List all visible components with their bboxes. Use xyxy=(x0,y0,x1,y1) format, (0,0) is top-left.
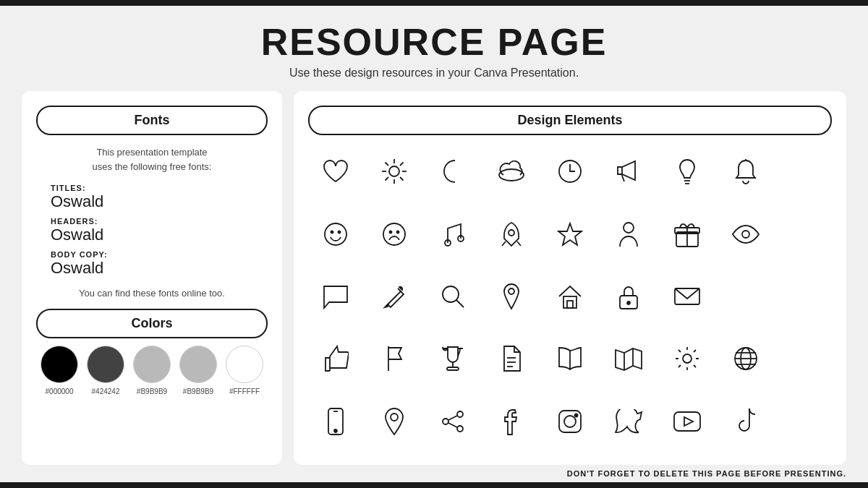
icon-pencil xyxy=(367,278,421,315)
icon-star xyxy=(542,215,597,253)
svg-point-58 xyxy=(457,426,463,432)
svg-point-29 xyxy=(443,286,459,302)
icons-grid xyxy=(308,142,832,450)
title-font-value: Oswald xyxy=(51,192,268,211)
icon-lock xyxy=(602,278,656,315)
icon-settings xyxy=(660,340,715,377)
icon-facebook xyxy=(484,403,538,440)
left-panel: Fonts This presentation templateuses the… xyxy=(22,91,282,465)
swatch-item-5: #FFFFFF xyxy=(226,346,263,395)
swatch-label-5: #FFFFFF xyxy=(229,388,260,395)
icon-pin xyxy=(484,278,538,315)
svg-line-59 xyxy=(448,416,457,420)
svg-line-6 xyxy=(400,177,404,181)
icon-chat xyxy=(308,278,362,315)
icon-clock xyxy=(542,153,597,190)
icon-flag xyxy=(367,340,421,377)
design-elements-header: Design Elements xyxy=(308,106,832,135)
icon-house xyxy=(542,278,597,315)
svg-point-15 xyxy=(331,231,333,233)
icon-smile xyxy=(308,215,362,253)
icon-frown xyxy=(367,215,421,253)
svg-marker-23 xyxy=(558,223,582,245)
swatch-1 xyxy=(41,346,78,383)
icon-instagram xyxy=(542,403,597,440)
svg-line-30 xyxy=(456,300,464,307)
icon-empty-1 xyxy=(778,153,832,190)
swatch-label-4: #B9B9B9 xyxy=(183,388,213,395)
svg-point-63 xyxy=(574,414,577,416)
color-swatches: #000000 #424242 #B9B9B9 #B9B9B9 xyxy=(36,346,268,395)
svg-rect-39 xyxy=(447,367,459,370)
icon-document xyxy=(484,340,538,377)
header-font-entry: HEADERS: Oswald xyxy=(51,217,268,244)
body-font-entry: BODY COPY: Oswald xyxy=(51,250,268,278)
header-font-value: Oswald xyxy=(51,226,268,244)
icon-map xyxy=(602,340,656,377)
icon-search xyxy=(425,278,480,315)
svg-point-31 xyxy=(509,288,514,294)
svg-point-55 xyxy=(391,414,398,421)
fonts-description: This presentation templateuses the follo… xyxy=(36,145,268,174)
svg-point-46 xyxy=(683,354,692,363)
svg-point-56 xyxy=(457,411,463,417)
swatch-item-4: #B9B9B9 xyxy=(179,346,217,395)
svg-line-60 xyxy=(448,423,457,427)
svg-line-7 xyxy=(400,163,404,166)
icon-gift xyxy=(660,215,715,253)
title-font-entry: TITLES: Oswald xyxy=(51,184,268,211)
svg-point-62 xyxy=(564,416,576,427)
body-font-value: Oswald xyxy=(51,259,268,278)
icon-lightbulb xyxy=(660,153,715,190)
icon-megaphone xyxy=(602,153,656,190)
colors-section: Colors #000000 #424242 #B9B9B9 xyxy=(36,309,268,395)
icon-empty-4 xyxy=(778,278,832,315)
right-panel: Design Elements xyxy=(294,91,846,465)
swatch-3 xyxy=(133,346,171,383)
svg-point-28 xyxy=(742,231,749,238)
bottom-bar xyxy=(0,482,868,488)
top-bar xyxy=(0,0,868,6)
svg-point-35 xyxy=(627,301,630,304)
icon-tiktok xyxy=(719,403,773,440)
icon-twitter xyxy=(602,403,656,440)
svg-rect-64 xyxy=(674,412,700,431)
icon-heart xyxy=(308,153,362,190)
svg-point-19 xyxy=(396,231,399,233)
icon-globe xyxy=(719,340,773,377)
svg-point-24 xyxy=(624,223,634,233)
icon-empty-6 xyxy=(778,403,832,440)
icon-moon xyxy=(425,153,480,190)
fonts-note: You can find these fonts online too. xyxy=(36,288,268,299)
svg-point-0 xyxy=(389,166,399,176)
colors-header: Colors xyxy=(36,309,268,338)
page-subtitle: Use these design resources in your Canva… xyxy=(22,67,846,80)
icon-share xyxy=(425,403,480,440)
icon-mail xyxy=(660,278,715,315)
svg-line-5 xyxy=(385,163,388,166)
swatch-item-3: #B9B9B9 xyxy=(133,346,171,395)
swatch-2 xyxy=(87,346,124,383)
svg-point-57 xyxy=(443,419,448,424)
svg-point-22 xyxy=(509,230,514,236)
icon-empty-5 xyxy=(778,340,832,377)
swatch-item-1: #000000 xyxy=(41,346,78,395)
font-entries: TITLES: Oswald HEADERS: Oswald BODY COPY… xyxy=(36,184,268,278)
icon-sun xyxy=(367,153,421,190)
footer-note: DON'T FORGET TO DELETE THIS PAGE BEFORE … xyxy=(0,465,868,482)
icon-location xyxy=(367,403,421,440)
swatch-label-3: #B9B9B9 xyxy=(137,388,167,395)
icon-book xyxy=(542,340,597,377)
body-label: BODY COPY: xyxy=(51,250,268,259)
icon-empty-2 xyxy=(778,215,832,253)
icon-thumbsup xyxy=(308,340,362,377)
icon-person xyxy=(602,215,656,253)
svg-rect-32 xyxy=(563,296,576,308)
icon-eye xyxy=(719,215,773,253)
svg-line-8 xyxy=(385,177,388,181)
icon-rocket xyxy=(484,215,538,253)
page-title: RESOURCE PAGE xyxy=(22,20,846,64)
header-label: HEADERS: xyxy=(51,217,268,226)
icon-empty-3 xyxy=(719,278,773,315)
icon-music xyxy=(425,215,480,253)
